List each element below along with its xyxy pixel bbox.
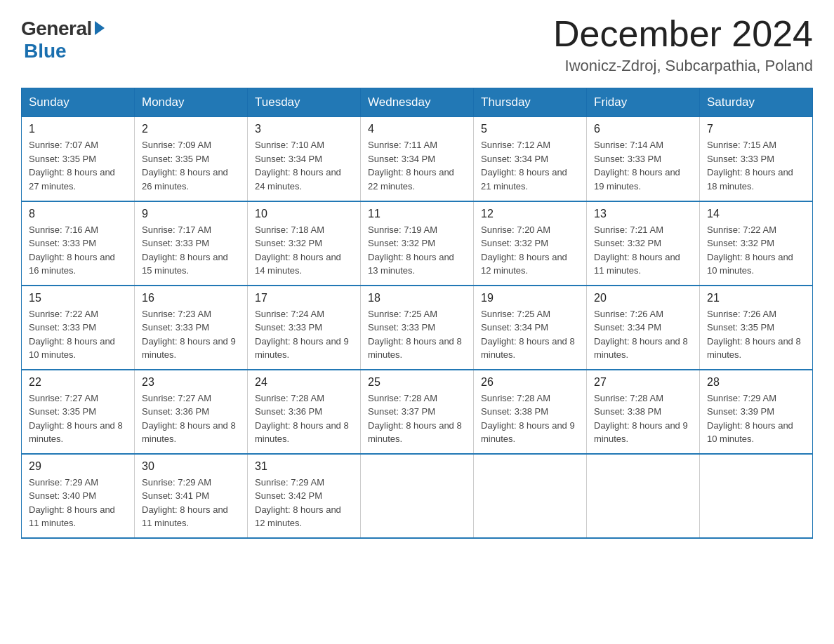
- location-subtitle: Iwonicz-Zdroj, Subcarpathia, Poland: [553, 57, 813, 75]
- day-info: Sunrise: 7:09 AMSunset: 3:35 PMDaylight:…: [142, 138, 240, 193]
- calendar-cell: 3Sunrise: 7:10 AMSunset: 3:34 PMDaylight…: [248, 117, 361, 201]
- day-info: Sunrise: 7:25 AMSunset: 3:33 PMDaylight:…: [368, 307, 466, 362]
- day-number: 19: [481, 292, 579, 304]
- day-info: Sunrise: 7:28 AMSunset: 3:38 PMDaylight:…: [481, 391, 579, 446]
- calendar-cell: 31Sunrise: 7:29 AMSunset: 3:42 PMDayligh…: [248, 454, 361, 538]
- col-header-thursday: Thursday: [474, 88, 587, 117]
- day-number: 16: [142, 292, 240, 304]
- calendar-cell: 28Sunrise: 7:29 AMSunset: 3:39 PMDayligh…: [700, 370, 813, 454]
- calendar-cell: 2Sunrise: 7:09 AMSunset: 3:35 PMDaylight…: [135, 117, 248, 201]
- day-info: Sunrise: 7:28 AMSunset: 3:37 PMDaylight:…: [368, 391, 466, 446]
- day-number: 22: [29, 376, 127, 389]
- calendar-cell: 26Sunrise: 7:28 AMSunset: 3:38 PMDayligh…: [474, 370, 587, 454]
- logo-arrow-icon: [95, 21, 105, 35]
- day-number: 7: [707, 123, 805, 135]
- day-info: Sunrise: 7:20 AMSunset: 3:32 PMDaylight:…: [481, 223, 579, 278]
- day-info: Sunrise: 7:29 AMSunset: 3:40 PMDaylight:…: [29, 476, 127, 530]
- day-info: Sunrise: 7:12 AMSunset: 3:34 PMDaylight:…: [481, 138, 579, 193]
- day-info: Sunrise: 7:10 AMSunset: 3:34 PMDaylight:…: [255, 138, 353, 193]
- calendar-week-row: 22Sunrise: 7:27 AMSunset: 3:35 PMDayligh…: [22, 370, 813, 454]
- day-info: Sunrise: 7:17 AMSunset: 3:33 PMDaylight:…: [142, 223, 240, 278]
- calendar-cell: 12Sunrise: 7:20 AMSunset: 3:32 PMDayligh…: [474, 201, 587, 286]
- day-number: 1: [29, 123, 127, 135]
- day-number: 18: [368, 292, 466, 304]
- day-number: 6: [594, 123, 692, 135]
- calendar-cell: 8Sunrise: 7:16 AMSunset: 3:33 PMDaylight…: [22, 201, 135, 286]
- day-number: 9: [142, 208, 240, 220]
- day-info: Sunrise: 7:22 AMSunset: 3:32 PMDaylight:…: [707, 223, 805, 278]
- day-info: Sunrise: 7:23 AMSunset: 3:33 PMDaylight:…: [142, 307, 240, 362]
- day-info: Sunrise: 7:25 AMSunset: 3:34 PMDaylight:…: [481, 307, 579, 362]
- calendar-cell: 22Sunrise: 7:27 AMSunset: 3:35 PMDayligh…: [22, 370, 135, 454]
- day-number: 12: [481, 208, 579, 220]
- day-number: 20: [594, 292, 692, 304]
- day-info: Sunrise: 7:22 AMSunset: 3:33 PMDaylight:…: [29, 307, 127, 362]
- calendar-cell: 4Sunrise: 7:11 AMSunset: 3:34 PMDaylight…: [361, 117, 474, 201]
- day-info: Sunrise: 7:27 AMSunset: 3:35 PMDaylight:…: [29, 391, 127, 446]
- day-info: Sunrise: 7:14 AMSunset: 3:33 PMDaylight:…: [594, 138, 692, 193]
- calendar-week-row: 8Sunrise: 7:16 AMSunset: 3:33 PMDaylight…: [22, 201, 813, 286]
- calendar-cell: 18Sunrise: 7:25 AMSunset: 3:33 PMDayligh…: [361, 286, 474, 370]
- calendar-cell: 14Sunrise: 7:22 AMSunset: 3:32 PMDayligh…: [700, 201, 813, 286]
- day-number: 29: [29, 460, 127, 473]
- calendar-cell: [474, 454, 587, 538]
- day-info: Sunrise: 7:07 AMSunset: 3:35 PMDaylight:…: [29, 138, 127, 193]
- title-section: December 2024 Iwonicz-Zdroj, Subcarpathi…: [553, 14, 813, 75]
- calendar-cell: 23Sunrise: 7:27 AMSunset: 3:36 PMDayligh…: [135, 370, 248, 454]
- col-header-tuesday: Tuesday: [248, 88, 361, 117]
- day-number: 2: [142, 123, 240, 135]
- day-info: Sunrise: 7:29 AMSunset: 3:42 PMDaylight:…: [255, 476, 353, 530]
- calendar-cell: 7Sunrise: 7:15 AMSunset: 3:33 PMDaylight…: [700, 117, 813, 201]
- calendar-cell: 13Sunrise: 7:21 AMSunset: 3:32 PMDayligh…: [587, 201, 700, 286]
- calendar-header-row: SundayMondayTuesdayWednesdayThursdayFrid…: [22, 88, 813, 117]
- col-header-monday: Monday: [135, 88, 248, 117]
- logo-blue-text: Blue: [24, 40, 67, 62]
- calendar-week-row: 1Sunrise: 7:07 AMSunset: 3:35 PMDaylight…: [22, 117, 813, 201]
- day-number: 25: [368, 376, 466, 389]
- day-number: 23: [142, 376, 240, 389]
- calendar-cell: 16Sunrise: 7:23 AMSunset: 3:33 PMDayligh…: [135, 286, 248, 370]
- day-info: Sunrise: 7:19 AMSunset: 3:32 PMDaylight:…: [368, 223, 466, 278]
- day-number: 26: [481, 376, 579, 389]
- day-number: 31: [255, 460, 353, 473]
- calendar-cell: [587, 454, 700, 538]
- day-number: 27: [594, 376, 692, 389]
- day-info: Sunrise: 7:28 AMSunset: 3:38 PMDaylight:…: [594, 391, 692, 446]
- calendar-week-row: 29Sunrise: 7:29 AMSunset: 3:40 PMDayligh…: [22, 454, 813, 538]
- day-info: Sunrise: 7:27 AMSunset: 3:36 PMDaylight:…: [142, 391, 240, 446]
- day-number: 3: [255, 123, 353, 135]
- day-number: 21: [707, 292, 805, 304]
- day-number: 11: [368, 208, 466, 220]
- col-header-wednesday: Wednesday: [361, 88, 474, 117]
- calendar-cell: 9Sunrise: 7:17 AMSunset: 3:33 PMDaylight…: [135, 201, 248, 286]
- calendar-cell: 15Sunrise: 7:22 AMSunset: 3:33 PMDayligh…: [22, 286, 135, 370]
- month-title: December 2024: [553, 14, 813, 54]
- day-number: 28: [707, 376, 805, 389]
- calendar-cell: 27Sunrise: 7:28 AMSunset: 3:38 PMDayligh…: [587, 370, 700, 454]
- day-number: 17: [255, 292, 353, 304]
- day-number: 24: [255, 376, 353, 389]
- day-number: 15: [29, 292, 127, 304]
- day-info: Sunrise: 7:18 AMSunset: 3:32 PMDaylight:…: [255, 223, 353, 278]
- col-header-sunday: Sunday: [22, 88, 135, 117]
- day-number: 30: [142, 460, 240, 473]
- day-number: 4: [368, 123, 466, 135]
- calendar-cell: 30Sunrise: 7:29 AMSunset: 3:41 PMDayligh…: [135, 454, 248, 538]
- calendar-cell: 19Sunrise: 7:25 AMSunset: 3:34 PMDayligh…: [474, 286, 587, 370]
- logo: General Blue: [21, 14, 105, 62]
- calendar-week-row: 15Sunrise: 7:22 AMSunset: 3:33 PMDayligh…: [22, 286, 813, 370]
- day-number: 14: [707, 208, 805, 220]
- day-info: Sunrise: 7:24 AMSunset: 3:33 PMDaylight:…: [255, 307, 353, 362]
- page-header: General Blue December 2024 Iwonicz-Zdroj…: [21, 14, 813, 75]
- day-number: 5: [481, 123, 579, 135]
- calendar-cell: 10Sunrise: 7:18 AMSunset: 3:32 PMDayligh…: [248, 201, 361, 286]
- calendar-cell: 24Sunrise: 7:28 AMSunset: 3:36 PMDayligh…: [248, 370, 361, 454]
- day-number: 13: [594, 208, 692, 220]
- day-info: Sunrise: 7:26 AMSunset: 3:34 PMDaylight:…: [594, 307, 692, 362]
- calendar-cell: 6Sunrise: 7:14 AMSunset: 3:33 PMDaylight…: [587, 117, 700, 201]
- day-info: Sunrise: 7:29 AMSunset: 3:41 PMDaylight:…: [142, 476, 240, 530]
- day-info: Sunrise: 7:11 AMSunset: 3:34 PMDaylight:…: [368, 138, 466, 193]
- calendar-cell: 20Sunrise: 7:26 AMSunset: 3:34 PMDayligh…: [587, 286, 700, 370]
- calendar-cell: [361, 454, 474, 538]
- calendar-cell: 29Sunrise: 7:29 AMSunset: 3:40 PMDayligh…: [22, 454, 135, 538]
